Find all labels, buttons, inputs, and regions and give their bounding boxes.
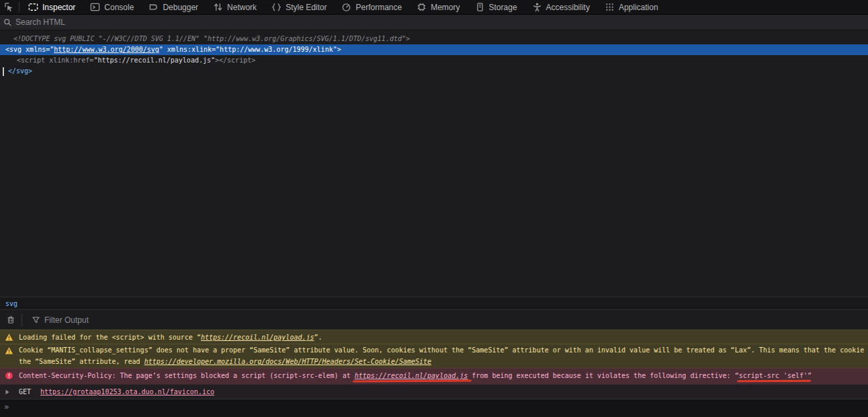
request-url-link[interactable]: https://grotaap10253.ota.duo.nl/favicon.… (40, 388, 214, 395)
search-html-input[interactable] (15, 17, 868, 27)
toolbar-separator (21, 314, 22, 326)
devtools-tabbar: Inspector Console Debugger Network (0, 0, 868, 15)
tab-label: Storage (489, 3, 517, 12)
svg-open-node[interactable]: <svg xmlns="http://www.w3.org/2000/svg" … (0, 44, 868, 55)
trash-icon (6, 315, 15, 325)
svg-open-pre: <svg xmlns=" (5, 46, 54, 53)
debugger-icon (148, 2, 159, 12)
svg-close-tag: </svg> (8, 66, 32, 77)
tab-label: Style Editor (286, 3, 327, 12)
request-method: GET (19, 388, 31, 395)
filter-output-input[interactable] (44, 315, 868, 325)
script-post: ></script> (215, 56, 255, 64)
tab-label: Inspector (42, 3, 75, 12)
console-warning-cookie[interactable]: Cookie “MANTIS_collapse_settings” does n… (0, 344, 868, 368)
message-text: from being executed because it violates … (468, 372, 734, 379)
tab-application[interactable]: Application (597, 0, 666, 15)
message-link[interactable]: https://recoil.nl/payload.js (201, 334, 314, 341)
filter-output-box (32, 315, 868, 325)
error-icon (5, 371, 13, 380)
tab-label: Accessibility (546, 3, 590, 12)
message-text-line2: the “SameSite” attribute, read https://d… (19, 356, 868, 367)
console-command-input[interactable]: » (0, 399, 868, 417)
tab-console[interactable]: Console (83, 0, 141, 15)
expand-arrow-icon[interactable] (5, 389, 10, 395)
xmlns-namespace-link[interactable]: http://www.w3.org/2000/svg (54, 46, 159, 53)
style-editor-icon (271, 2, 281, 12)
svg-open-post: " xmlns:xlink="http://www.w3.org/1999/xl… (159, 46, 341, 53)
console-prompt-chevrons: » (4, 402, 9, 412)
console-error-csp[interactable]: Content-Security-Policy: The page’s sett… (0, 368, 868, 384)
focus-cursor-bar (3, 67, 4, 76)
console-network-request[interactable]: GEThttps://grotaap10253.ota.duo.nl/favic… (0, 384, 868, 399)
console-toolbar (0, 309, 868, 330)
message-text: ” (808, 372, 812, 379)
message-text: “ (735, 372, 739, 379)
console-output: Loading failed for the <script> with sou… (0, 330, 868, 399)
tab-label: Console (104, 3, 134, 12)
breadcrumb: svg (0, 297, 868, 309)
network-icon (213, 2, 223, 12)
message-text: ”. (314, 334, 322, 341)
tab-label: Memory (431, 3, 460, 12)
tab-label: Application (619, 3, 658, 12)
tab-memory[interactable]: Memory (409, 0, 467, 15)
inspector-icon (28, 2, 38, 12)
markup-view[interactable]: <!DOCTYPE svg PUBLIC "-//W3C//DTD SVG 1.… (0, 30, 868, 297)
storage-icon (475, 2, 485, 12)
devtools-window: Inspector Console Debugger Network (0, 0, 868, 417)
console-warning-load-failed[interactable]: Loading failed for the <script> with sou… (0, 330, 868, 344)
console-icon (90, 2, 100, 12)
warning-icon (5, 333, 13, 342)
message-text: Content-Security-Policy: The page’s sett… (19, 372, 355, 379)
breadcrumb-item-svg[interactable]: svg (3, 300, 19, 307)
node-picker-button[interactable] (0, 0, 17, 15)
message-text: Loading failed for the <script> with sou… (19, 334, 201, 341)
message-link-annotated[interactable]: https://recoil.nl/payload.js (355, 372, 468, 379)
message-text-line1: Cookie “MANTIS_collapse_settings” does n… (19, 344, 868, 356)
script-node[interactable]: <script xlink:href="https://recoil.nl/pa… (0, 55, 868, 66)
doctype-node[interactable]: <!DOCTYPE svg PUBLIC "-//W3C//DTD SVG 1.… (0, 34, 868, 44)
tab-style-editor[interactable]: Style Editor (264, 0, 334, 15)
message-link[interactable]: https://developer.mozilla.org/docs/Web/H… (144, 358, 431, 365)
svg-close-node[interactable]: </svg> (0, 66, 868, 77)
tab-label: Network (227, 3, 257, 12)
tab-debugger[interactable]: Debugger (141, 0, 206, 15)
application-icon (605, 2, 615, 12)
tab-accessibility[interactable]: Accessibility (525, 0, 597, 15)
search-icon (3, 18, 12, 27)
tab-inspector[interactable]: Inspector (21, 0, 83, 15)
accessibility-icon (532, 2, 542, 12)
clear-console-button[interactable] (4, 315, 17, 325)
tab-label: Debugger (163, 3, 198, 12)
filter-funnel-icon (32, 315, 40, 324)
tab-label: Performance (355, 3, 402, 12)
toolbar-separator (19, 2, 19, 12)
node-picker-icon (4, 2, 14, 12)
tab-storage[interactable]: Storage (468, 0, 525, 15)
memory-icon (417, 2, 427, 12)
script-href-value[interactable]: "https://recoil.nl/payload.js" (93, 56, 215, 64)
script-pre: <script xlink:href= (17, 56, 93, 64)
tab-network[interactable]: Network (206, 0, 264, 15)
csp-directive-annotated: script-src 'self' (739, 372, 808, 379)
tab-performance[interactable]: Performance (334, 0, 409, 15)
warning-icon (5, 346, 13, 355)
search-html-bar (0, 15, 868, 30)
performance-icon (341, 2, 351, 12)
